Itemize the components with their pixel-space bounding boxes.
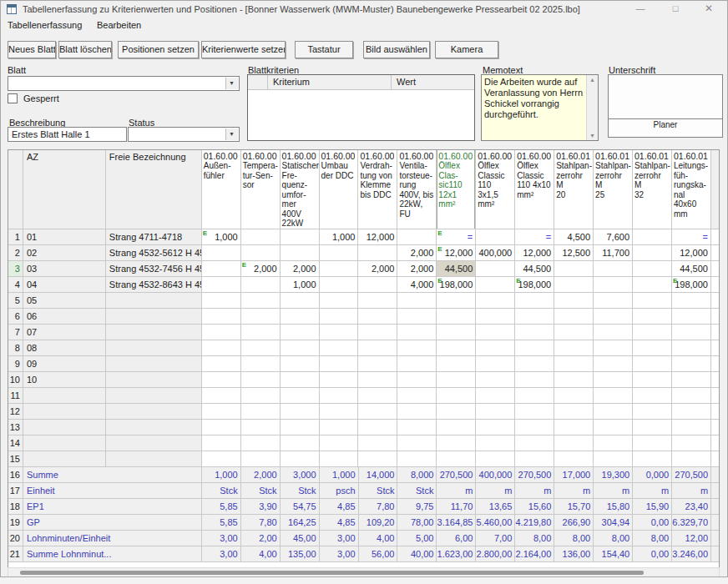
- cell[interactable]: [397, 325, 437, 340]
- cell[interactable]: 1,000: [320, 229, 359, 245]
- cell[interactable]: [633, 356, 672, 372]
- cell[interactable]: [633, 277, 672, 293]
- cell[interactable]: [633, 435, 672, 451]
- cell-az[interactable]: 02: [23, 245, 106, 261]
- maximize-icon[interactable]: □: [659, 1, 692, 18]
- row-number[interactable]: 3: [8, 261, 23, 277]
- cell[interactable]: [633, 340, 672, 356]
- cell[interactable]: [202, 309, 241, 325]
- cell[interactable]: [515, 293, 554, 309]
- cell[interactable]: [594, 420, 633, 435]
- cell-name[interactable]: [106, 388, 202, 404]
- cell[interactable]: [594, 435, 633, 451]
- cell[interactable]: [554, 261, 594, 277]
- row-number[interactable]: 1: [8, 229, 23, 245]
- cell[interactable]: [633, 245, 672, 261]
- cell[interactable]: [554, 340, 594, 356]
- cell[interactable]: [594, 261, 633, 277]
- cell-az[interactable]: 04: [23, 277, 106, 293]
- cell[interactable]: [241, 340, 281, 356]
- cell[interactable]: [554, 309, 594, 325]
- cell[interactable]: [476, 372, 515, 388]
- cell-az[interactable]: [23, 451, 106, 467]
- cell[interactable]: [320, 356, 359, 372]
- memotext-area[interactable]: Die Arbeiten wurde auf Veranlassung von …: [481, 74, 599, 141]
- cell[interactable]: [358, 435, 397, 451]
- cell[interactable]: 44,500: [515, 261, 554, 277]
- cell[interactable]: [320, 261, 359, 277]
- row-number[interactable]: 11: [8, 388, 23, 404]
- cell[interactable]: [397, 293, 437, 309]
- cell[interactable]: [633, 388, 672, 404]
- cell[interactable]: [515, 372, 554, 388]
- cell[interactable]: [554, 435, 594, 451]
- cell[interactable]: [672, 451, 711, 467]
- cell[interactable]: [281, 420, 320, 435]
- menu-tabellenerfassung[interactable]: Tabellenerfassung: [8, 20, 82, 30]
- cell[interactable]: [281, 372, 320, 388]
- cell[interactable]: 4,500: [554, 229, 594, 245]
- cell[interactable]: [281, 229, 320, 245]
- horizontal-scrollbar[interactable]: [8, 567, 720, 577]
- cell[interactable]: [320, 451, 359, 467]
- col-header-01.60.0010[interactable]: 01.60.0010Außen- fühler: [202, 150, 241, 229]
- cell[interactable]: E198,000: [437, 277, 476, 293]
- cell[interactable]: [202, 404, 241, 420]
- scrollbar-thumb[interactable]: [20, 571, 644, 575]
- cell[interactable]: 44,500: [672, 261, 711, 277]
- cell[interactable]: [202, 277, 241, 293]
- cell[interactable]: [437, 372, 476, 388]
- col-header-01.60.0040[interactable]: 01.60.0040Umbau der DDC: [320, 150, 359, 229]
- cell[interactable]: [437, 309, 476, 325]
- cell-name[interactable]: [106, 325, 202, 340]
- cell-az[interactable]: [23, 404, 106, 420]
- cell[interactable]: [554, 404, 594, 420]
- cell[interactable]: [202, 356, 241, 372]
- cell[interactable]: [241, 309, 281, 325]
- close-icon[interactable]: ✕: [692, 1, 725, 18]
- cell[interactable]: [397, 372, 437, 388]
- cell[interactable]: [476, 277, 515, 293]
- cell[interactable]: [594, 277, 633, 293]
- cell-name[interactable]: [106, 420, 202, 435]
- cell-name[interactable]: [106, 340, 202, 356]
- cell[interactable]: [633, 420, 672, 435]
- cell[interactable]: [241, 245, 281, 261]
- cell[interactable]: [358, 293, 397, 309]
- row-number[interactable]: 8: [8, 340, 23, 356]
- cell[interactable]: [397, 451, 437, 467]
- cell[interactable]: [515, 404, 554, 420]
- cell[interactable]: [281, 388, 320, 404]
- cell[interactable]: [476, 340, 515, 356]
- cell-az[interactable]: 01: [23, 229, 106, 245]
- cell-az[interactable]: [23, 420, 106, 435]
- blatt-loeschen-button[interactable]: Blatt löschen: [58, 41, 112, 58]
- cell[interactable]: [202, 420, 241, 435]
- cell[interactable]: 2,000: [281, 261, 320, 277]
- cell[interactable]: [358, 245, 397, 261]
- cell[interactable]: [476, 309, 515, 325]
- cell[interactable]: = 16,000: [672, 229, 711, 245]
- cell[interactable]: [397, 420, 437, 435]
- cell[interactable]: [554, 420, 594, 435]
- gesperrt-checkbox[interactable]: [8, 93, 18, 103]
- cell[interactable]: [633, 404, 672, 420]
- cell[interactable]: [515, 451, 554, 467]
- cell[interactable]: [241, 451, 281, 467]
- chevron-down-icon[interactable]: [225, 128, 238, 140]
- cell[interactable]: [397, 404, 437, 420]
- cell[interactable]: [320, 325, 359, 340]
- bild-auswaehlen-button[interactable]: Bild auswählen: [363, 41, 430, 58]
- row-number[interactable]: 16: [8, 467, 23, 483]
- col-header-01.60.0100[interactable]: 01.60.0100Stahlpan- zerrohr M 20: [554, 150, 594, 229]
- row-number[interactable]: 15: [8, 451, 23, 467]
- cell[interactable]: [554, 372, 594, 388]
- col-header-01.60.0120[interactable]: 01.60.0120Stahlpan- zerrohr M 32: [633, 150, 672, 229]
- cell[interactable]: [515, 340, 554, 356]
- cell[interactable]: [202, 451, 241, 467]
- cell[interactable]: [358, 451, 397, 467]
- cell[interactable]: [672, 309, 711, 325]
- cell[interactable]: E198,000: [515, 277, 554, 293]
- cell[interactable]: [437, 356, 476, 372]
- cell[interactable]: [633, 309, 672, 325]
